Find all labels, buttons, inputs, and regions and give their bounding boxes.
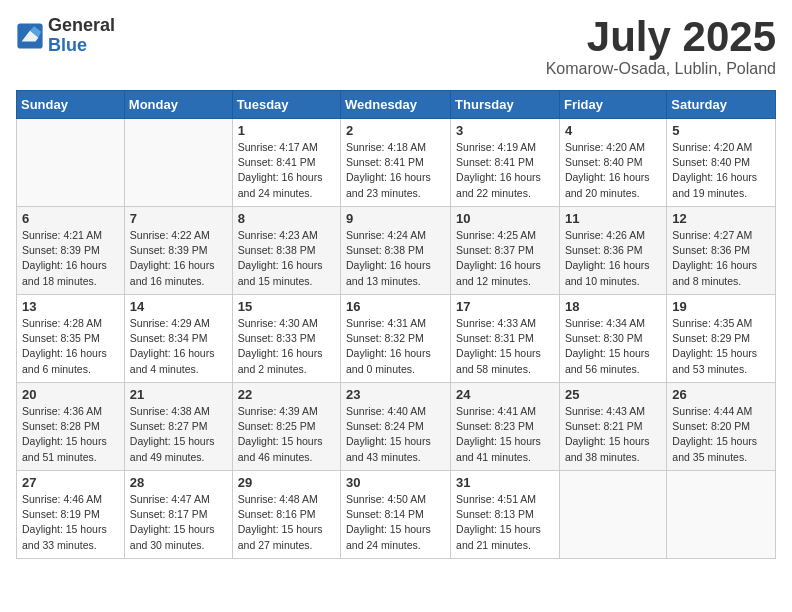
day-number: 9 xyxy=(346,211,445,226)
col-header-monday: Monday xyxy=(124,91,232,119)
logo-blue: Blue xyxy=(48,36,115,56)
day-number: 18 xyxy=(565,299,661,314)
calendar-cell: 24Sunrise: 4:41 AM Sunset: 8:23 PM Dayli… xyxy=(451,383,560,471)
day-number: 27 xyxy=(22,475,119,490)
calendar-week-row: 13Sunrise: 4:28 AM Sunset: 8:35 PM Dayli… xyxy=(17,295,776,383)
day-info: Sunrise: 4:20 AM Sunset: 8:40 PM Dayligh… xyxy=(672,140,770,201)
day-number: 4 xyxy=(565,123,661,138)
calendar-cell: 9Sunrise: 4:24 AM Sunset: 8:38 PM Daylig… xyxy=(341,207,451,295)
calendar-week-row: 6Sunrise: 4:21 AM Sunset: 8:39 PM Daylig… xyxy=(17,207,776,295)
col-header-friday: Friday xyxy=(559,91,666,119)
col-header-wednesday: Wednesday xyxy=(341,91,451,119)
calendar-cell: 1Sunrise: 4:17 AM Sunset: 8:41 PM Daylig… xyxy=(232,119,340,207)
calendar-cell: 27Sunrise: 4:46 AM Sunset: 8:19 PM Dayli… xyxy=(17,471,125,559)
page-header: General Blue July 2025 Komarow-Osada, Lu… xyxy=(16,16,776,78)
day-number: 24 xyxy=(456,387,554,402)
day-info: Sunrise: 4:28 AM Sunset: 8:35 PM Dayligh… xyxy=(22,316,119,377)
day-info: Sunrise: 4:51 AM Sunset: 8:13 PM Dayligh… xyxy=(456,492,554,553)
col-header-thursday: Thursday xyxy=(451,91,560,119)
calendar-header-row: SundayMondayTuesdayWednesdayThursdayFrid… xyxy=(17,91,776,119)
day-info: Sunrise: 4:35 AM Sunset: 8:29 PM Dayligh… xyxy=(672,316,770,377)
day-info: Sunrise: 4:39 AM Sunset: 8:25 PM Dayligh… xyxy=(238,404,335,465)
calendar-cell: 23Sunrise: 4:40 AM Sunset: 8:24 PM Dayli… xyxy=(341,383,451,471)
calendar-cell: 26Sunrise: 4:44 AM Sunset: 8:20 PM Dayli… xyxy=(667,383,776,471)
calendar-cell xyxy=(124,119,232,207)
day-info: Sunrise: 4:31 AM Sunset: 8:32 PM Dayligh… xyxy=(346,316,445,377)
calendar-cell: 30Sunrise: 4:50 AM Sunset: 8:14 PM Dayli… xyxy=(341,471,451,559)
day-number: 30 xyxy=(346,475,445,490)
day-info: Sunrise: 4:43 AM Sunset: 8:21 PM Dayligh… xyxy=(565,404,661,465)
day-number: 2 xyxy=(346,123,445,138)
calendar-cell xyxy=(667,471,776,559)
logo-icon xyxy=(16,22,44,50)
day-number: 5 xyxy=(672,123,770,138)
logo-general: General xyxy=(48,16,115,36)
calendar-cell: 22Sunrise: 4:39 AM Sunset: 8:25 PM Dayli… xyxy=(232,383,340,471)
day-number: 26 xyxy=(672,387,770,402)
day-info: Sunrise: 4:26 AM Sunset: 8:36 PM Dayligh… xyxy=(565,228,661,289)
day-info: Sunrise: 4:29 AM Sunset: 8:34 PM Dayligh… xyxy=(130,316,227,377)
title-block: July 2025 Komarow-Osada, Lublin, Poland xyxy=(546,16,776,78)
day-number: 15 xyxy=(238,299,335,314)
day-info: Sunrise: 4:24 AM Sunset: 8:38 PM Dayligh… xyxy=(346,228,445,289)
day-number: 20 xyxy=(22,387,119,402)
day-info: Sunrise: 4:33 AM Sunset: 8:31 PM Dayligh… xyxy=(456,316,554,377)
logo: General Blue xyxy=(16,16,115,56)
day-number: 25 xyxy=(565,387,661,402)
calendar-cell: 17Sunrise: 4:33 AM Sunset: 8:31 PM Dayli… xyxy=(451,295,560,383)
col-header-tuesday: Tuesday xyxy=(232,91,340,119)
calendar-cell: 11Sunrise: 4:26 AM Sunset: 8:36 PM Dayli… xyxy=(559,207,666,295)
day-number: 8 xyxy=(238,211,335,226)
day-number: 22 xyxy=(238,387,335,402)
calendar-cell xyxy=(17,119,125,207)
calendar-week-row: 27Sunrise: 4:46 AM Sunset: 8:19 PM Dayli… xyxy=(17,471,776,559)
day-info: Sunrise: 4:46 AM Sunset: 8:19 PM Dayligh… xyxy=(22,492,119,553)
day-number: 13 xyxy=(22,299,119,314)
day-info: Sunrise: 4:20 AM Sunset: 8:40 PM Dayligh… xyxy=(565,140,661,201)
calendar-cell: 8Sunrise: 4:23 AM Sunset: 8:38 PM Daylig… xyxy=(232,207,340,295)
calendar-cell xyxy=(559,471,666,559)
day-info: Sunrise: 4:17 AM Sunset: 8:41 PM Dayligh… xyxy=(238,140,335,201)
calendar-cell: 5Sunrise: 4:20 AM Sunset: 8:40 PM Daylig… xyxy=(667,119,776,207)
calendar-cell: 15Sunrise: 4:30 AM Sunset: 8:33 PM Dayli… xyxy=(232,295,340,383)
day-info: Sunrise: 4:36 AM Sunset: 8:28 PM Dayligh… xyxy=(22,404,119,465)
day-number: 14 xyxy=(130,299,227,314)
month-title: July 2025 xyxy=(546,16,776,58)
col-header-sunday: Sunday xyxy=(17,91,125,119)
calendar-table: SundayMondayTuesdayWednesdayThursdayFrid… xyxy=(16,90,776,559)
logo-text: General Blue xyxy=(48,16,115,56)
calendar-cell: 25Sunrise: 4:43 AM Sunset: 8:21 PM Dayli… xyxy=(559,383,666,471)
day-number: 6 xyxy=(22,211,119,226)
calendar-cell: 10Sunrise: 4:25 AM Sunset: 8:37 PM Dayli… xyxy=(451,207,560,295)
day-info: Sunrise: 4:23 AM Sunset: 8:38 PM Dayligh… xyxy=(238,228,335,289)
calendar-cell: 13Sunrise: 4:28 AM Sunset: 8:35 PM Dayli… xyxy=(17,295,125,383)
day-info: Sunrise: 4:18 AM Sunset: 8:41 PM Dayligh… xyxy=(346,140,445,201)
calendar-cell: 14Sunrise: 4:29 AM Sunset: 8:34 PM Dayli… xyxy=(124,295,232,383)
calendar-cell: 21Sunrise: 4:38 AM Sunset: 8:27 PM Dayli… xyxy=(124,383,232,471)
calendar-cell: 3Sunrise: 4:19 AM Sunset: 8:41 PM Daylig… xyxy=(451,119,560,207)
day-number: 16 xyxy=(346,299,445,314)
day-number: 12 xyxy=(672,211,770,226)
day-info: Sunrise: 4:30 AM Sunset: 8:33 PM Dayligh… xyxy=(238,316,335,377)
calendar-cell: 28Sunrise: 4:47 AM Sunset: 8:17 PM Dayli… xyxy=(124,471,232,559)
day-info: Sunrise: 4:40 AM Sunset: 8:24 PM Dayligh… xyxy=(346,404,445,465)
day-info: Sunrise: 4:48 AM Sunset: 8:16 PM Dayligh… xyxy=(238,492,335,553)
day-number: 1 xyxy=(238,123,335,138)
calendar-week-row: 20Sunrise: 4:36 AM Sunset: 8:28 PM Dayli… xyxy=(17,383,776,471)
day-info: Sunrise: 4:50 AM Sunset: 8:14 PM Dayligh… xyxy=(346,492,445,553)
day-info: Sunrise: 4:34 AM Sunset: 8:30 PM Dayligh… xyxy=(565,316,661,377)
day-info: Sunrise: 4:27 AM Sunset: 8:36 PM Dayligh… xyxy=(672,228,770,289)
calendar-cell: 18Sunrise: 4:34 AM Sunset: 8:30 PM Dayli… xyxy=(559,295,666,383)
calendar-cell: 4Sunrise: 4:20 AM Sunset: 8:40 PM Daylig… xyxy=(559,119,666,207)
day-number: 19 xyxy=(672,299,770,314)
day-number: 11 xyxy=(565,211,661,226)
day-number: 21 xyxy=(130,387,227,402)
day-number: 3 xyxy=(456,123,554,138)
calendar-cell: 19Sunrise: 4:35 AM Sunset: 8:29 PM Dayli… xyxy=(667,295,776,383)
calendar-cell: 16Sunrise: 4:31 AM Sunset: 8:32 PM Dayli… xyxy=(341,295,451,383)
day-info: Sunrise: 4:41 AM Sunset: 8:23 PM Dayligh… xyxy=(456,404,554,465)
day-number: 7 xyxy=(130,211,227,226)
calendar-cell: 6Sunrise: 4:21 AM Sunset: 8:39 PM Daylig… xyxy=(17,207,125,295)
day-number: 29 xyxy=(238,475,335,490)
day-number: 31 xyxy=(456,475,554,490)
